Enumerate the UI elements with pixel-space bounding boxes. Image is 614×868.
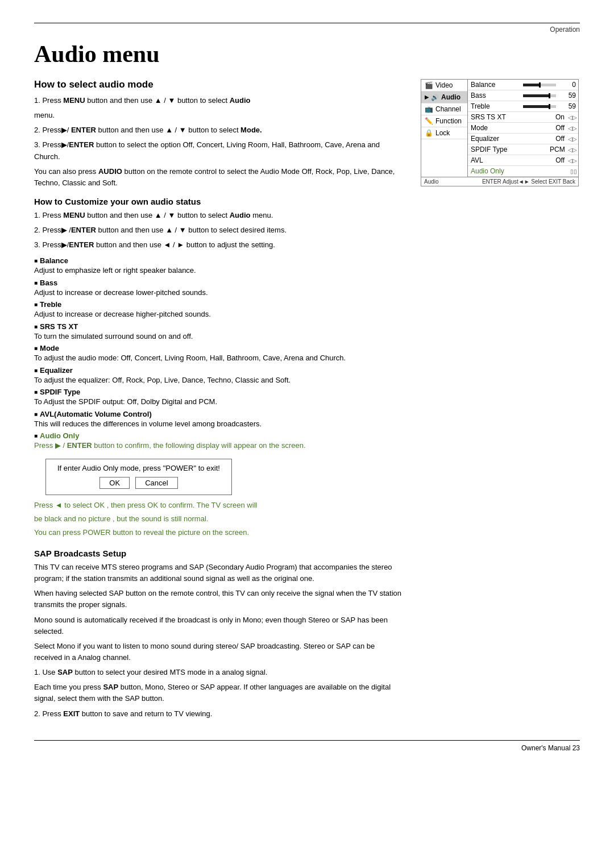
menu-rows: Balance 0 Bass — [468, 80, 578, 177]
balance-marker — [539, 82, 541, 88]
bullet-balance-desc: Adjust to emphasize left or right speake… — [34, 265, 404, 276]
right-column: 🎬 Video ▶ 🔊 Audio 📺 Channel — [421, 79, 580, 186]
bullet-equalizer: Equalizer To adjust the equalizer: Off, … — [34, 366, 404, 386]
bullet-mode-desc: To adjust the audio mode: Off, Concert, … — [34, 352, 404, 364]
bullet-treble-label: Treble — [34, 300, 404, 309]
menu-avl-value: Off — [550, 156, 567, 164]
balance-fill — [523, 84, 540, 86]
bass-marker — [549, 93, 550, 98]
bullet-audio-only-label: Audio Only — [34, 431, 404, 440]
menu-item-function[interactable]: ✏️ Function — [421, 115, 467, 127]
menu-row-treble: Treble 59 — [468, 101, 578, 112]
menu-item-audio[interactable]: ▶ 🔊 Audio — [421, 92, 467, 103]
menu-equalizer-value: Off — [550, 135, 567, 143]
dialog-buttons: OK Cancel — [57, 477, 220, 489]
menu-equalizer-label: Equalizer — [468, 134, 550, 144]
equalizer-arrow-icon: ◁▷ — [567, 136, 578, 142]
section1-step1b: menu. — [34, 110, 404, 121]
section2-step3: 3. Press▶/ENTER button and then use ◄ / … — [34, 239, 404, 251]
function-icon: ✏️ — [425, 117, 433, 125]
menu-footer-label: Audio — [424, 178, 439, 185]
menu-balance-bar — [521, 84, 561, 86]
sap-section: SAP Broadcasts Setup This TV can receive… — [34, 549, 404, 720]
bullet-avl-label: AVL(Automatic Volume Control) — [34, 410, 404, 418]
menu-row-bass: Bass 59 — [468, 90, 578, 101]
green-line-3: You can press POWER button to reveal the… — [34, 527, 404, 538]
menu-spdif-value: PCM — [550, 146, 567, 153]
left-column: How to select audio mode 1. Press MENU b… — [34, 79, 404, 723]
menu-row-balance: Balance 0 — [468, 80, 578, 90]
main-content: How to select audio mode 1. Press MENU b… — [34, 79, 580, 723]
channel-icon: 📺 — [425, 105, 433, 113]
menu-body: 🎬 Video ▶ 🔊 Audio 📺 Channel — [421, 80, 578, 177]
bullet-equalizer-label: Equalizer — [34, 366, 404, 375]
sap-title: SAP Broadcasts Setup — [34, 549, 404, 558]
menu-item-video-label: Video — [435, 81, 453, 89]
bullet-srs: SRS TS XT To turn the simulated surround… — [34, 322, 404, 342]
menu-bass-label: Bass — [468, 90, 521, 101]
menu-row-srs: SRS TS XT On ◁▷ — [468, 112, 578, 123]
section1-note: You can also press AUDIO button on the r… — [34, 166, 404, 189]
menu-item-video[interactable]: 🎬 Video — [421, 80, 467, 92]
section2-step1: 1. Press MENU button and then use ▲ / ▼ … — [34, 210, 404, 221]
menu-treble-value: 59 — [561, 102, 578, 110]
bass-track — [523, 94, 556, 97]
avl-arrow-icon: ◁▷ — [567, 157, 578, 164]
menu-mode-label: Mode — [468, 123, 550, 133]
sap-para5: 1. Use SAP button to select your desired… — [34, 667, 404, 678]
green-line-1: Press ◄ to select OK , then press OK to … — [34, 500, 404, 511]
menu-srs-value: On — [550, 113, 567, 121]
bullet-bass-desc: Adjust to increase or decrease lower-pit… — [34, 287, 404, 298]
menu-item-function-label: Function — [435, 117, 462, 125]
section1-title: How to select audio mode — [34, 79, 404, 90]
sap-para1: This TV can receive MTS stereo programs … — [34, 562, 404, 584]
bottom-rule — [34, 740, 580, 741]
menu-mode-value: Off — [550, 124, 567, 132]
top-rule — [34, 23, 580, 23]
menu-bass-bar — [521, 94, 561, 97]
dialog-cancel-button[interactable]: Cancel — [135, 477, 177, 489]
section1-step2: 2. Press▶/ ENTER button and then use ▲ /… — [34, 124, 404, 136]
bullet-bass: Bass Adjust to increase or decrease lowe… — [34, 279, 404, 298]
menu-bass-value: 59 — [561, 92, 578, 99]
section1-step3: 3. Press▶/ENTER button to select the opt… — [34, 139, 404, 162]
section2-title: How to Customize your own audio status — [34, 197, 404, 206]
green-line-2: be black and no picture , but the sound … — [34, 513, 404, 525]
page-title: Audio menu — [34, 40, 580, 68]
bullet-audio-only-desc: Press ▶ / ENTER button to confirm, the f… — [34, 440, 404, 451]
menu-treble-label: Treble — [468, 101, 521, 111]
lock-icon: 🔒 — [425, 129, 433, 137]
menu-row-mode: Mode Off ◁▷ — [468, 123, 578, 134]
bullet-bass-label: Bass — [34, 279, 404, 287]
menu-panel: 🎬 Video ▶ 🔊 Audio 📺 Channel — [421, 79, 579, 186]
menu-item-lock[interactable]: 🔒 Lock — [421, 127, 467, 139]
dialog-ok-button[interactable]: OK — [99, 477, 130, 489]
bullet-mode: Mode To adjust the audio mode: Off, Conc… — [34, 344, 404, 364]
bullet-avl: AVL(Automatic Volume Control) This will … — [34, 410, 404, 430]
bullet-spdif: SPDIF Type To Adjust the SPDIF output: O… — [34, 388, 404, 408]
section2-step2: 2. Press▶ /ENTER button and then use ▲ /… — [34, 225, 404, 236]
bullet-avl-desc: This will reduces the differences in vol… — [34, 418, 404, 430]
bullet-balance: Balance Adjust to emphasize left or righ… — [34, 256, 404, 276]
menu-item-audio-label: Audio — [441, 93, 460, 101]
srs-arrow-icon: ◁▷ — [567, 114, 578, 121]
treble-marker — [549, 104, 550, 109]
spdif-arrow-icon: ◁▷ — [567, 147, 578, 153]
bass-fill — [523, 94, 549, 97]
menu-row-audio-only: Audio Only ▯▯ — [468, 166, 578, 177]
menu-item-channel[interactable]: 📺 Channel — [421, 103, 467, 115]
dialog-box: If enter Audio Only mode, press "POWER" … — [45, 459, 232, 495]
video-icon: 🎬 — [425, 81, 433, 89]
sap-para7: 2. Press EXIT button to save and return … — [34, 708, 404, 720]
menu-row-spdif: SPDIF Type PCM ◁▷ — [468, 144, 578, 155]
sap-para6: Each time you press SAP button, Mono, St… — [34, 682, 404, 704]
menu-row-avl: AVL Off ◁▷ — [468, 155, 578, 166]
menu-item-channel-label: Channel — [435, 105, 461, 113]
menu-balance-label: Balance — [468, 80, 521, 90]
page: Operation Audio menu How to select audio… — [0, 0, 614, 868]
page-number: Owner's Manual 23 — [34, 744, 580, 752]
menu-audio-only-label: Audio Only — [468, 166, 552, 176]
section-label: Operation — [34, 26, 580, 34]
dialog-message: If enter Audio Only mode, press "POWER" … — [57, 464, 220, 472]
bullet-mode-label: Mode — [34, 344, 404, 352]
